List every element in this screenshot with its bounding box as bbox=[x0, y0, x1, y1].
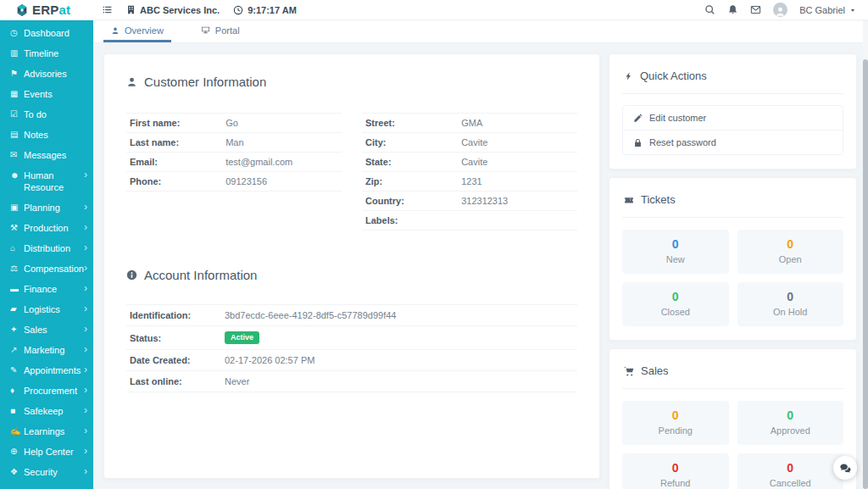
building-icon bbox=[126, 5, 136, 14]
chevron-right-icon: › bbox=[84, 343, 87, 355]
money-icon: ▬ bbox=[10, 283, 24, 295]
account-info-table: Identification:3bd7ecdc-6eee-4192-8df5-c… bbox=[126, 304, 577, 392]
help-circle-icon: ⊕ bbox=[10, 446, 24, 458]
note-icon: ▤ bbox=[10, 129, 24, 141]
sidebar-item-help-center[interactable]: ⊕Help Center› bbox=[0, 442, 93, 462]
sidebar-item-security[interactable]: ❖Security› bbox=[0, 462, 93, 482]
chevron-right-icon: › bbox=[84, 282, 87, 294]
clock-icon bbox=[233, 5, 243, 15]
stat-tile-on-hold[interactable]: 0On Hold bbox=[737, 282, 844, 326]
cart-icon: ✦ bbox=[10, 324, 24, 336]
sidebar-item-compensation[interactable]: ⚖Compensation› bbox=[0, 258, 93, 279]
customer-info-table-right: Street:GMA City:Cavite State:Cavite Zip:… bbox=[362, 113, 577, 231]
sidebar-item-production[interactable]: ⚒Production› bbox=[0, 218, 93, 238]
tickets-title: Tickets bbox=[622, 192, 843, 218]
person-icon bbox=[111, 26, 120, 35]
company-selector[interactable]: ABC Services Inc. bbox=[126, 5, 220, 15]
quick-actions-card: Quick Actions Edit customer bbox=[609, 53, 857, 169]
stat-tile-cancelled[interactable]: 0Cancelled bbox=[737, 453, 844, 489]
tab-bar: Overview Portal bbox=[93, 20, 868, 43]
monitor-icon bbox=[201, 25, 210, 35]
stat-tile-new[interactable]: 0New bbox=[622, 230, 729, 274]
check-square-icon: ☑ bbox=[10, 108, 24, 120]
sidebar-item-logistics[interactable]: ▰Logistics› bbox=[0, 299, 93, 320]
table-row: City:Cavite bbox=[362, 133, 577, 153]
sidebar-item-procurement[interactable]: ♦Procurement› bbox=[0, 381, 93, 401]
sidebar-item-safekeep[interactable]: ■Safekeep› bbox=[0, 401, 93, 421]
table-row: Zip:1231 bbox=[362, 172, 577, 192]
chat-bubbles-icon bbox=[839, 463, 851, 474]
stat-tile-pending[interactable]: 0Pending bbox=[622, 401, 729, 445]
sidebar-nav: ◷Dashboard ▥Timeline ⚑Advisories ▦Events… bbox=[0, 20, 93, 489]
search-icon[interactable] bbox=[704, 4, 715, 15]
user-avatar[interactable] bbox=[773, 3, 787, 17]
bullhorn-icon: ⚑ bbox=[10, 68, 24, 80]
customer-info-table-left: First name:Go Last name:Man Email:test@g… bbox=[126, 113, 342, 231]
pencil-square-icon: ✎ bbox=[10, 364, 24, 376]
quick-actions-list: Edit customer Reset password bbox=[622, 105, 843, 155]
sidebar-item-appointments[interactable]: ✎Appointments› bbox=[0, 360, 93, 381]
timeline-icon: ▥ bbox=[10, 47, 24, 59]
chevron-right-icon: › bbox=[84, 465, 87, 477]
stat-tile-closed[interactable]: 0Closed bbox=[622, 282, 729, 326]
logo[interactable]: ERPat bbox=[0, 3, 93, 17]
app-window: ERPat ABC Services Inc. 9:17:17 AM bbox=[0, 0, 868, 489]
identification-value: 3bd7ecdc-6eee-4192-8df5-c57789d99f44 bbox=[225, 310, 396, 320]
archive-icon: ■ bbox=[10, 405, 24, 417]
chevron-right-icon: › bbox=[84, 364, 87, 375]
tab-overview[interactable]: Overview bbox=[103, 20, 171, 42]
sidebar-item-notes[interactable]: ▤Notes bbox=[0, 125, 93, 145]
sidebar-item-dashboard[interactable]: ◷Dashboard bbox=[0, 23, 93, 43]
chat-button[interactable] bbox=[833, 456, 857, 480]
chevron-right-icon: › bbox=[84, 169, 87, 181]
tab-portal[interactable]: Portal bbox=[193, 20, 248, 42]
notifications-bell-icon[interactable] bbox=[727, 4, 738, 15]
table-row: Last name:Man bbox=[126, 133, 342, 153]
sidebar-item-sales[interactable]: ✦Sales› bbox=[0, 320, 93, 340]
sales-stats: 0Pending 0Approved 0Refund 0Cancelled bbox=[622, 401, 843, 489]
scrollbar-thumb[interactable] bbox=[863, 59, 868, 489]
sidebar-toggle-icon[interactable] bbox=[102, 4, 113, 15]
messages-envelope-icon[interactable] bbox=[750, 4, 761, 15]
ticket-icon bbox=[624, 195, 634, 205]
sidebar-item-messages[interactable]: ✉Messages bbox=[0, 145, 93, 165]
calendar-icon: ▦ bbox=[10, 88, 24, 100]
briefcase-icon: ▣ bbox=[10, 202, 24, 214]
sidebar-item-advisories[interactable]: ⚑Advisories bbox=[0, 64, 93, 84]
stat-tile-refund[interactable]: 0Refund bbox=[622, 453, 729, 489]
account-info-title: Account Information bbox=[126, 268, 577, 282]
edit-customer-button[interactable]: Edit customer bbox=[623, 106, 843, 130]
stat-tile-approved[interactable]: 0Approved bbox=[737, 401, 844, 445]
sidebar-item-events[interactable]: ▦Events bbox=[0, 84, 93, 104]
last-online-value: Never bbox=[225, 376, 249, 386]
sales-title: Sales bbox=[622, 363, 843, 389]
tachometer-icon: ◷ bbox=[10, 27, 24, 39]
table-row: Labels: bbox=[362, 211, 577, 231]
user-menu[interactable]: BC Gabriel bbox=[799, 5, 856, 15]
sidebar-item-todo[interactable]: ☑To do bbox=[0, 104, 93, 125]
reset-password-button[interactable]: Reset password bbox=[623, 130, 843, 154]
sidebar-item-finance[interactable]: ▬Finance› bbox=[0, 279, 93, 299]
table-row: Status:Active bbox=[126, 326, 577, 350]
table-row: Date Created:02-17-2026 02:57 PM bbox=[126, 350, 577, 371]
chevron-right-icon: › bbox=[84, 445, 87, 457]
truck-icon: ▰ bbox=[10, 303, 24, 315]
sidebar-item-marketing[interactable]: ↗Marketing› bbox=[0, 340, 93, 360]
tickets-stats: 0New 0Open 0Closed 0On Hold bbox=[622, 230, 843, 326]
sidebar-item-distribution[interactable]: ⌂Distribution› bbox=[0, 238, 93, 258]
customer-info-title: Customer Information bbox=[126, 75, 577, 89]
status-badge: Active bbox=[225, 331, 259, 344]
person-icon bbox=[126, 76, 137, 87]
sidebar-item-human-resource[interactable]: ☻Human Resource› bbox=[0, 165, 93, 197]
sidebar-item-timeline[interactable]: ▥Timeline bbox=[0, 43, 93, 64]
graduation-icon: ✍ bbox=[10, 425, 24, 437]
sidebar-item-planning[interactable]: ▣Planning› bbox=[0, 197, 93, 218]
customer-detail-card: Customer Information First name:Go Last … bbox=[103, 53, 600, 479]
chevron-right-icon: › bbox=[84, 425, 87, 436]
tags-icon: ♦ bbox=[10, 385, 24, 397]
pencil-icon bbox=[633, 114, 643, 123]
chevron-right-icon: › bbox=[84, 404, 87, 416]
stat-tile-open[interactable]: 0Open bbox=[737, 230, 844, 274]
sidebar-item-learnings[interactable]: ✍Learnings› bbox=[0, 421, 93, 442]
sidebar-item-reports[interactable]: ◕Reports› bbox=[0, 482, 93, 489]
